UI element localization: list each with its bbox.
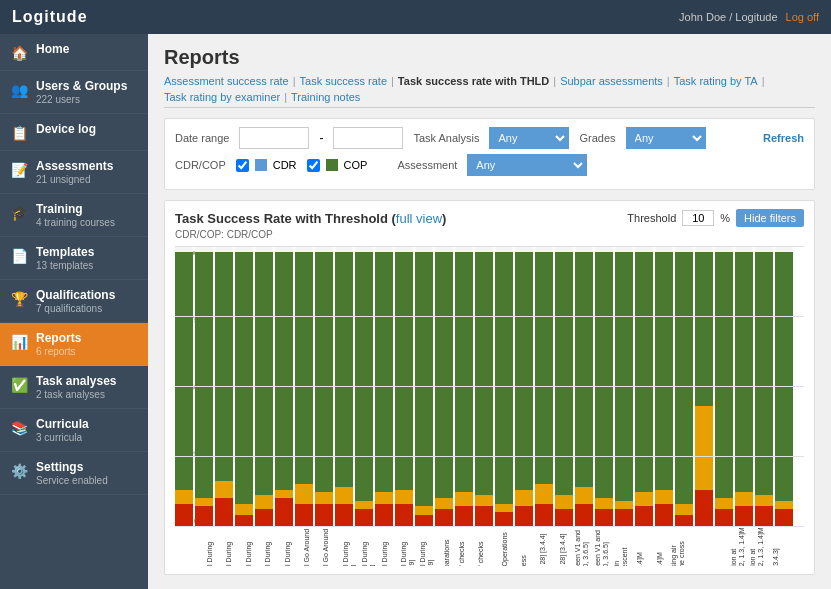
- bar-segment-yellow: [475, 495, 493, 506]
- sidebar-text-templates: Templates 13 templates: [36, 245, 138, 271]
- bar-segment-yellow: [615, 501, 633, 509]
- bar-segment-green: [175, 252, 193, 490]
- sidebar-sub-task-analyses: 2 task analyses: [36, 389, 138, 400]
- bar-segment-red: [335, 504, 353, 526]
- sidebar-item-templates[interactable]: 📄 Templates 13 templates: [0, 237, 148, 280]
- sidebar-label-qualifications: Qualifications: [36, 288, 138, 302]
- sidebar-item-training[interactable]: 🎓 Training 4 training courses: [0, 194, 148, 237]
- bar-segment-red: [715, 509, 733, 526]
- bar-segment-red: [275, 498, 293, 526]
- filter-row-2: CDR/COP CDR COP Assessment Any: [175, 154, 804, 176]
- cop-checkbox[interactable]: [307, 159, 320, 172]
- date-to-input[interactable]: [333, 127, 403, 149]
- x-label-item: Approach Preparations: [438, 526, 455, 566]
- x-label-item: Enroute Climb: [709, 526, 726, 566]
- bar-segment-green: [495, 252, 513, 504]
- x-label-text: Aircraft Control During Descent: [284, 526, 299, 566]
- x-label-item: Engine start [1.4]M: [632, 526, 649, 566]
- sidebar-item-users[interactable]: 👥 Users & Groups 222 users: [0, 71, 148, 114]
- date-from-input[interactable]: [239, 127, 309, 149]
- sidebar-text-device-log: Device log: [36, 122, 138, 136]
- sidebar-text-task-analyses: Task analyses 2 task analyses: [36, 374, 138, 400]
- bar-segment-green: [295, 252, 313, 484]
- bar-segment-red: [635, 506, 653, 526]
- threshold-input[interactable]: [682, 210, 714, 226]
- bar-segment-yellow: [555, 495, 573, 509]
- bar-segment-green: [555, 252, 573, 496]
- x-label-text: Aircraft Control During Take-off [2.1]: [381, 526, 396, 566]
- full-view-link[interactable]: full view: [396, 211, 442, 226]
- x-label-item: Aircraft Control During TCAS RA [3.6.9]: [418, 526, 435, 566]
- sidebar-item-reports[interactable]: 📊 Reports 6 reports: [0, 323, 148, 366]
- x-label-item: Aircraft Control During Descent: [263, 526, 280, 566]
- x-label-text: Aircraft Control During Approach: [206, 526, 221, 566]
- tab-training-notes[interactable]: Training notes: [291, 91, 360, 103]
- hide-filters-button[interactable]: Hide filters: [736, 209, 804, 227]
- x-label-item: Aircraft Control During Landing [6.1]M: [341, 526, 358, 566]
- bar-segment-green: [755, 252, 773, 496]
- sidebar-item-curricula[interactable]: 📚 Curricula 3 curricula: [0, 409, 148, 452]
- sidebar: 🏠 Home 👥 Users & Groups 222 users 📋 Devi…: [0, 34, 148, 589]
- bar-segment-red: [595, 509, 613, 526]
- sidebar-item-device-log[interactable]: 📋 Device log: [0, 114, 148, 151]
- bar-segment-red: [315, 504, 333, 526]
- grades-select[interactable]: Any: [626, 127, 706, 149]
- tab-task-rating-by-ta[interactable]: Task rating by TA: [674, 75, 758, 89]
- bar-segment-red: [355, 509, 373, 526]
- bar-segment-red: [235, 515, 253, 526]
- chart-title: Task Success Rate with Threshold (full v…: [175, 211, 446, 226]
- bar-segment-yellow: [515, 490, 533, 507]
- logoff-link[interactable]: Log off: [786, 11, 819, 23]
- cdr-checkbox[interactable]: [236, 159, 249, 172]
- x-label-item: Aircraft Control During Cruise: [224, 526, 241, 566]
- sidebar-icon-users: 👥: [10, 81, 28, 99]
- assessment-select[interactable]: Any: [467, 154, 587, 176]
- sidebar-icon-reports: 📊: [10, 333, 28, 351]
- bar-segment-yellow: [395, 490, 413, 504]
- bar-segment-yellow: [735, 492, 753, 506]
- tab-task-success-rate[interactable]: Task success rate: [300, 75, 387, 89]
- sidebar-sub-settings: Service enabled: [36, 475, 138, 486]
- bar-segment-red: [215, 498, 233, 526]
- bar-segment-green: [395, 252, 413, 490]
- bar-segment-red: [295, 504, 313, 526]
- x-label-text: Engine start [1.4]M: [636, 526, 644, 566]
- sidebar-item-home[interactable]: 🏠 Home: [0, 34, 148, 71]
- refresh-button[interactable]: Refresh: [763, 132, 804, 144]
- bar-segment-green: [655, 252, 673, 490]
- user-name: John Doe / Logitude: [679, 11, 777, 23]
- bar-segment-red: [395, 504, 413, 526]
- x-label-item: Before take-off checks [1.6]M: [457, 526, 474, 566]
- sidebar-item-task-analyses[interactable]: ✅ Task analyses 2 task analyses: [0, 366, 148, 409]
- bar-segment-green: [335, 252, 353, 487]
- x-label-item: Aircraft Control During Descent: [283, 526, 300, 566]
- bar-segment-red: [175, 504, 193, 526]
- cdr-color-box: [255, 159, 267, 171]
- sidebar-label-users: Users & Groups: [36, 79, 138, 93]
- bar-segment-red: [435, 509, 453, 526]
- bar-segment-yellow: [715, 498, 733, 509]
- sidebar-item-assessments[interactable]: 📝 Assessments 21 unsigned: [0, 151, 148, 194]
- tab-subpar-assessments[interactable]: Subpar assessments: [560, 75, 663, 89]
- bar-segment-yellow: [275, 490, 293, 498]
- x-label-text: Electrical [ATA 28] [3.4.4]: [559, 526, 567, 566]
- x-label-text: Electrical between V1 and V2 [2.5.2, 3.4…: [574, 526, 589, 566]
- x-label-text: Aircraft Control During Landing [6.1]M: [361, 526, 376, 566]
- sidebar-item-qualifications[interactable]: 🏆 Qualifications 7 qualifications: [0, 280, 148, 323]
- tab-task-rating-by-examiner[interactable]: Task rating by examiner: [164, 91, 280, 103]
- x-label-item: Fuel [ATA 28] [3.4.3]: [767, 526, 784, 566]
- x-label-text: Engine start using air starter or engine…: [670, 526, 687, 566]
- tab-assessment-success-rate[interactable]: Assessment success rate: [164, 75, 289, 89]
- bar-segment-red: [255, 509, 273, 526]
- cdr-cop-label: CDR/COP: [175, 159, 226, 171]
- task-analysis-select[interactable]: Any: [489, 127, 569, 149]
- tab-task-success-rate-thld[interactable]: Task success rate with THLD: [398, 75, 549, 89]
- x-label-text: Aircraft Control Go Around [4.1]M: [322, 526, 337, 566]
- sidebar-item-settings[interactable]: ⚙️ Settings Service enabled: [0, 452, 148, 495]
- bar-segment-yellow: [195, 498, 213, 506]
- bar-segment-red: [735, 506, 753, 526]
- x-label-item: Aircraft Control During TCAS RA [3.6.9]: [399, 526, 416, 566]
- layout: 🏠 Home 👥 Users & Groups 222 users 📋 Devi…: [0, 34, 831, 589]
- cop-color-box: [326, 159, 338, 171]
- page-title: Reports: [164, 46, 815, 69]
